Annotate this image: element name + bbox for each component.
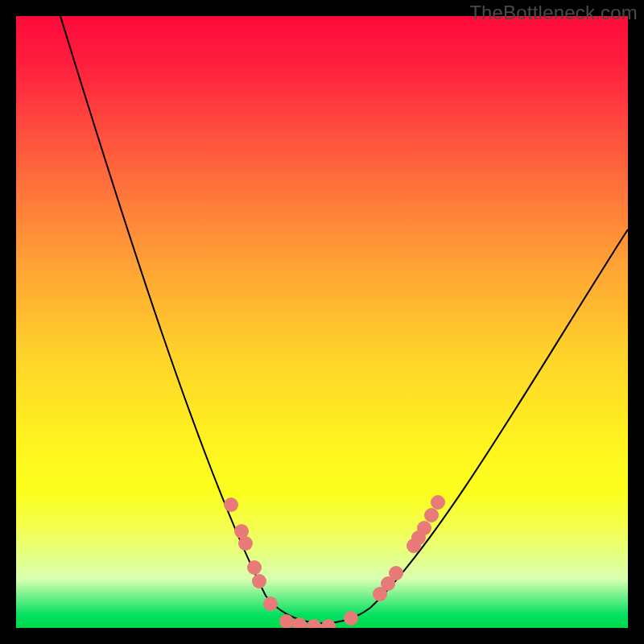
marker-dot [431, 495, 445, 510]
bottleneck-chart-svg [16, 16, 628, 628]
marker-dot [321, 619, 336, 628]
marker-dot [307, 619, 321, 628]
marker-dot [238, 536, 253, 551]
marker-dot [424, 508, 439, 522]
marker-dot [252, 574, 266, 588]
bottleneck-curve [60, 16, 628, 623]
marker-dot [263, 597, 278, 611]
marker-dot [389, 566, 403, 580]
marker-dot [247, 560, 262, 575]
marker-dot [224, 497, 238, 512]
curve-group [60, 16, 628, 623]
marker-dot [417, 521, 431, 535]
marker-dot [292, 617, 307, 628]
marker-dot [344, 611, 358, 625]
